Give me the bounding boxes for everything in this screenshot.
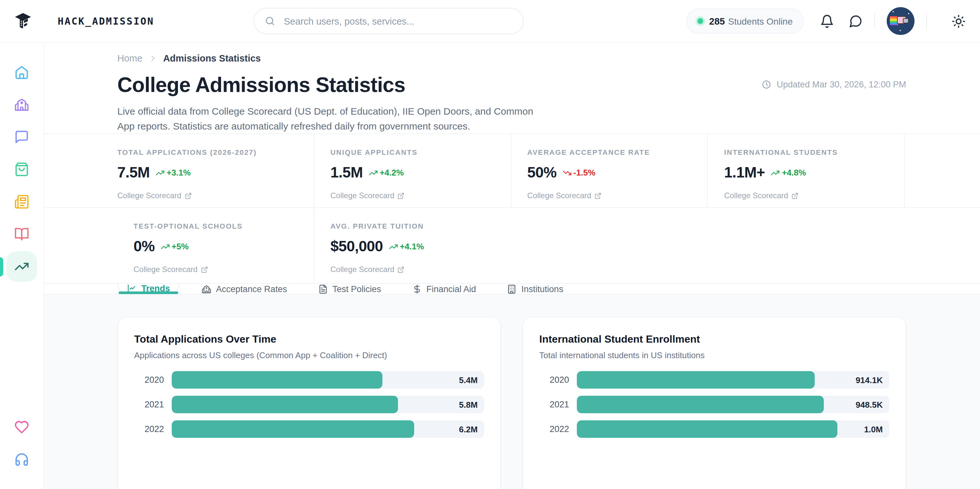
notifications-button[interactable] xyxy=(820,14,834,28)
stat-source-link[interactable]: College Scorecard xyxy=(331,191,499,200)
stat-source-link[interactable]: College Scorecard xyxy=(331,265,500,274)
sidebar-item-school[interactable] xyxy=(6,89,37,120)
students-online-badge: 285 Students Online xyxy=(686,8,804,34)
stat-trend: +4.2% xyxy=(369,168,404,178)
bar-track: 5.4M xyxy=(172,371,484,389)
clock-icon xyxy=(762,80,772,89)
search-bar[interactable] xyxy=(253,8,524,34)
sidebar-item-headphones[interactable] xyxy=(6,444,37,475)
sidebar-item-heart[interactable] xyxy=(6,412,37,442)
topbar-actions: 285 Students Online xyxy=(686,7,966,35)
search-icon xyxy=(264,16,275,27)
tab-test-policies[interactable]: Test Policies xyxy=(309,284,390,294)
trending-up-icon xyxy=(771,168,780,177)
stat-value: 7.5M xyxy=(117,164,150,181)
bar-row: 20215.8M xyxy=(134,396,484,413)
online-label: Students Online xyxy=(728,16,793,26)
avatar-art xyxy=(900,30,901,31)
bar-row: 2021948.5K xyxy=(539,396,889,413)
building-icon xyxy=(507,284,517,294)
chart-card: International Student EnrollmentTotal in… xyxy=(522,317,906,489)
avatar-art xyxy=(892,11,894,12)
external-link-icon xyxy=(398,192,405,199)
page-header: Home Admissions Statistics College Admis… xyxy=(44,43,980,133)
bar-value-label: 1.0M xyxy=(864,424,883,434)
bar-track: 948.5K xyxy=(577,396,889,413)
tab-trends[interactable]: Trends xyxy=(117,284,180,294)
bell-icon xyxy=(820,14,834,28)
app-logo[interactable] xyxy=(14,12,32,30)
bar-fill xyxy=(577,396,824,413)
sidebar-item-book-open[interactable] xyxy=(6,219,37,249)
bar-fill xyxy=(172,371,383,389)
stat-trend: +3.1% xyxy=(156,168,191,178)
tabs-bar: TrendsAcceptance RatesTest PoliciesFinan… xyxy=(44,284,980,295)
stat-card: INTERNATIONAL STUDENTS1.1M++4.8%College … xyxy=(708,134,905,207)
updated-timestamp: Updated Mar 30, 2026, 12:00 PM xyxy=(762,80,906,89)
sidebar-item-newspaper[interactable] xyxy=(6,187,37,217)
page-description: Live official data from College Scorecar… xyxy=(117,104,542,133)
chart-line-icon xyxy=(127,284,137,294)
bar-row: 20221.0M xyxy=(539,420,889,438)
sidebar-item-shopping-bag[interactable] xyxy=(6,154,37,184)
external-link-icon xyxy=(200,266,208,273)
sidebar-item-home[interactable] xyxy=(6,57,37,87)
stat-source-link[interactable]: College Scorecard xyxy=(724,191,893,200)
online-count: 285 xyxy=(709,16,725,26)
stat-value: 1.5M xyxy=(331,164,363,181)
stat-source-link[interactable]: College Scorecard xyxy=(527,191,696,200)
divider xyxy=(926,13,927,29)
book-open-icon xyxy=(14,227,29,241)
search-input[interactable] xyxy=(283,15,513,27)
newspaper-icon xyxy=(14,194,29,209)
user-avatar[interactable] xyxy=(887,7,915,35)
tab-institutions[interactable]: Institutions xyxy=(498,284,572,294)
messages-button[interactable] xyxy=(848,14,863,28)
chart-title: Total Applications Over Time xyxy=(134,333,484,345)
stat-card: UNIQUE APPLICANTS1.5M+4.2%College Scorec… xyxy=(314,134,511,207)
shopping-bag-icon xyxy=(14,162,29,177)
chart-title: International Student Enrollment xyxy=(539,333,889,345)
bar-track: 6.2M xyxy=(172,420,484,438)
breadcrumb-current: Admissions Statistics xyxy=(163,53,261,64)
bar-value-label: 5.4M xyxy=(459,375,478,385)
heart-icon xyxy=(14,420,29,435)
chart-subtitle: Total international students in US insti… xyxy=(539,350,889,361)
bar-category-label: 2021 xyxy=(134,400,164,409)
stat-card: AVERAGE ACCEPTANCE RATE50%-1.5%College S… xyxy=(511,134,708,207)
app-root: HACK_ADMISSION 285 Students Online xyxy=(0,0,980,489)
trending-up-icon xyxy=(14,259,29,274)
tab-acceptance-rates[interactable]: Acceptance Rates xyxy=(193,284,296,294)
headphones-icon xyxy=(14,452,29,467)
bar-row: 2020914.1K xyxy=(539,371,889,389)
bar-value-label: 948.5K xyxy=(856,400,883,409)
sun-icon xyxy=(951,14,966,28)
home-icon xyxy=(14,65,29,80)
stat-source-link[interactable]: College Scorecard xyxy=(117,191,302,200)
stat-trend: +5% xyxy=(161,241,189,251)
stat-value: 0% xyxy=(134,238,154,255)
stat-source-link[interactable]: College Scorecard xyxy=(134,265,302,274)
stat-value: $50,000 xyxy=(331,238,383,255)
chevron-right-icon xyxy=(142,54,163,63)
breadcrumb: Home Admissions Statistics xyxy=(117,53,906,64)
chevron-right-icon xyxy=(148,54,157,63)
stat-card: AVG. PRIVATE TUITION$50,000+4.1%College … xyxy=(314,208,511,283)
external-link-icon xyxy=(791,192,799,199)
sidebar-item-message-square[interactable] xyxy=(6,122,37,152)
bar-fill xyxy=(172,396,398,413)
bar-category-label: 2022 xyxy=(134,424,164,434)
bar-track: 5.8M xyxy=(172,396,484,413)
sidebar-item-trending-up[interactable] xyxy=(6,251,37,282)
school-icon xyxy=(202,284,212,294)
bar-track: 914.1K xyxy=(577,371,889,389)
tab-financial-aid[interactable]: Financial Aid xyxy=(403,284,485,294)
file-text-icon xyxy=(318,284,328,294)
breadcrumb-home[interactable]: Home xyxy=(117,53,142,64)
dollar-sign-icon xyxy=(412,284,422,294)
chart-subtitle: Applications across US colleges (Common … xyxy=(134,350,484,361)
bar-row: 20226.2M xyxy=(134,420,484,438)
stat-trend: -1.5% xyxy=(562,168,595,178)
theme-toggle-button[interactable] xyxy=(951,14,966,28)
main-content: Home Admissions Statistics College Admis… xyxy=(44,43,980,489)
